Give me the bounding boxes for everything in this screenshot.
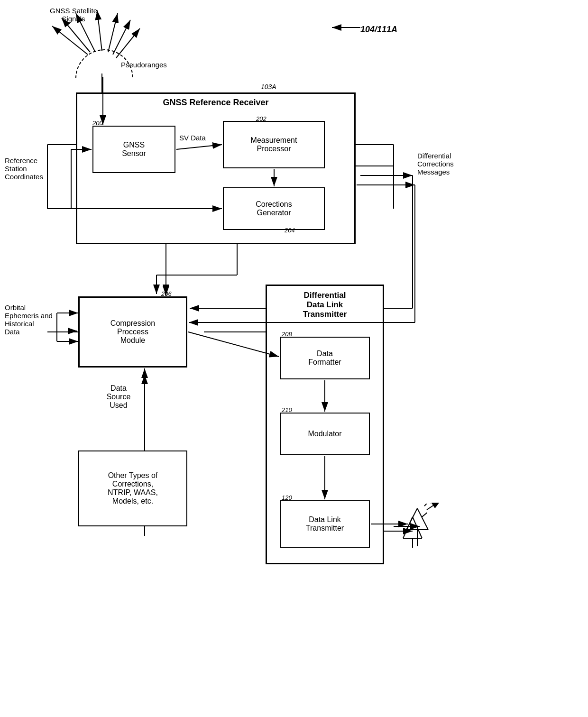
ref-204: 204 (285, 227, 295, 234)
gnss-sensor-box: GNSSSensor (92, 126, 175, 173)
ref-206: 206 (161, 290, 172, 297)
ref-210: 210 (282, 406, 292, 414)
svg-line-64 (417, 508, 428, 530)
compression-process-module-box: CompressionProccessModule (78, 296, 187, 368)
sv-data-label: SV Data (179, 134, 206, 142)
modulator-box: Modulator (280, 413, 370, 455)
differential-corrections-label: DifferentialCorrectionsMessages (417, 152, 488, 176)
measurement-processor-box: MeasurementProcessor (223, 121, 325, 168)
other-corrections-box: Other Types ofCorrections,NTRIP, WAAS,Mo… (78, 450, 187, 526)
corrections-generator-box: CorectionsGenerator (223, 187, 325, 230)
ref-200: 200 (92, 120, 103, 127)
ref-202: 202 (256, 115, 266, 122)
ref-208: 208 (282, 331, 292, 338)
differential-transmitter-title: DifferentialData LinkTransmitter (267, 286, 383, 322)
antenna-symbol (401, 504, 434, 551)
ref-120: 120 (282, 494, 292, 501)
svg-line-63 (406, 508, 417, 530)
gnss-satellite-signals-label: GNSS SatelliteSignals (40, 7, 107, 23)
svg-line-67 (424, 504, 434, 506)
data-formatter-box: DataFormatter (280, 337, 370, 379)
ref-103a: 103A (261, 83, 276, 91)
pseudoranges-label: Pseudoranges (121, 61, 167, 69)
orbital-ephemeris-label: OrbitalEphemeris andHistoricalData (5, 303, 66, 336)
data-link-transmitter-box: Data LinkTransmitter (280, 500, 370, 548)
data-source-used-label: DataSourceUsed (81, 384, 156, 410)
svg-line-6 (108, 13, 118, 52)
diagram: { "diagram_id": "104/111A", "components"… (0, 0, 588, 717)
gnss-reference-receiver-title: GNSS Reference Receiver (77, 94, 354, 110)
reference-station-label: ReferenceStationCoordinates (5, 156, 66, 181)
